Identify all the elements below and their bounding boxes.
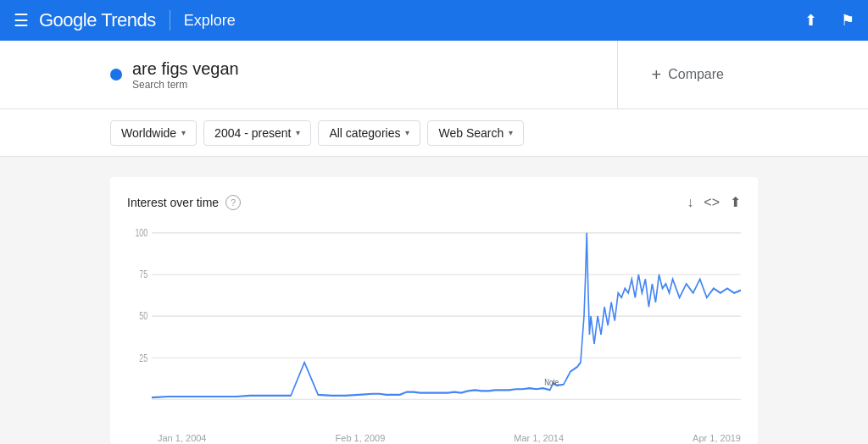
search-term-label: Search term [132,79,239,91]
x-label-2009: Feb 1, 2009 [336,433,386,443]
search-term-content: are figs vegan Search term [132,59,239,91]
header-divider [170,10,170,31]
google-trends-logo: Google Trends [39,9,156,31]
x-label-2004: Jan 1, 2004 [158,433,207,443]
location-filter[interactable]: Worldwide ▾ [110,120,197,146]
svg-text:Note: Note [544,377,559,388]
help-icon[interactable]: ? [225,195,241,210]
search-type-chevron-icon: ▾ [509,128,513,137]
interest-over-time-card: Interest over time ? ↓ <> ⬆ 100 75 5 [110,177,758,444]
x-label-2014: Mar 1, 2014 [514,433,564,443]
time-filter-label: 2004 - present [214,126,291,140]
search-type-filter[interactable]: Web Search ▾ [427,120,524,146]
time-filter[interactable]: 2004 - present ▾ [203,120,311,146]
chart-container: 100 75 50 25 Note Jan 1, 2004 Feb 1, 200… [127,224,741,427]
compare-plus-icon: + [652,65,662,85]
card-title-row: Interest over time ? [127,195,241,210]
card-actions: ↓ <> ⬆ [687,194,741,210]
x-axis-labels: Jan 1, 2004 Feb 1, 2009 Mar 1, 2014 Apr … [127,430,741,443]
x-label-2019: Apr 1, 2019 [693,433,741,443]
svg-text:100: 100 [135,227,147,239]
search-area: are figs vegan Search term + Compare [0,41,868,109]
card-header: Interest over time ? ↓ <> ⬆ [127,194,741,210]
explore-label: Explore [184,12,236,30]
category-filter[interactable]: All categories ▾ [318,120,420,146]
main-content: Interest over time ? ↓ <> ⬆ 100 75 5 [0,157,868,444]
chart-svg: 100 75 50 25 Note [127,224,741,427]
download-icon[interactable]: ↓ [687,195,693,210]
svg-text:25: 25 [139,352,147,364]
filter-bar: Worldwide ▾ 2004 - present ▾ All categor… [0,109,868,157]
time-chevron-icon: ▾ [296,128,300,137]
header: ☰ Google Trends Explore ⬆ ⚑ [0,0,868,41]
menu-icon[interactable]: ☰ [14,10,29,31]
svg-text:75: 75 [139,269,147,280]
search-row: are figs vegan Search term + Compare [110,41,758,108]
card-title: Interest over time [127,196,219,209]
category-chevron-icon: ▾ [405,128,409,137]
location-filter-label: Worldwide [121,126,176,140]
location-chevron-icon: ▾ [181,128,186,137]
embed-icon[interactable]: <> [704,195,720,210]
feedback-icon[interactable]: ⚑ [841,11,854,30]
compare-box[interactable]: + Compare [618,41,759,108]
share-chart-icon[interactable]: ⬆ [730,194,741,210]
search-term-box[interactable]: are figs vegan Search term [110,41,618,108]
search-type-filter-label: Web Search [438,126,504,140]
compare-label: Compare [668,67,724,82]
share-icon[interactable]: ⬆ [804,11,817,30]
category-filter-label: All categories [329,126,400,140]
search-term-text: are figs vegan [132,59,239,79]
svg-text:50: 50 [139,310,147,322]
search-dot [110,69,122,80]
